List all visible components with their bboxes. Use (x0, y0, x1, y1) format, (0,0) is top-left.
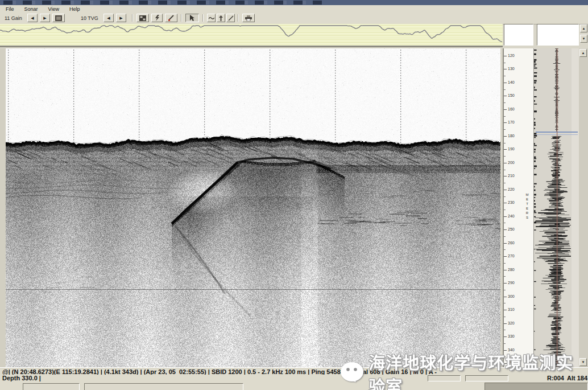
depth-tick-label: 270 (508, 254, 515, 258)
status-cell (428, 375, 461, 381)
film-icon (139, 15, 146, 21)
flash-button[interactable] (151, 14, 163, 22)
depth-tick (504, 190, 507, 190)
menu-file[interactable]: File (5, 6, 15, 12)
flash-icon (155, 15, 160, 21)
status-cell (465, 375, 508, 381)
depth-scale: 1201301401501601701801902002102202302402… (503, 48, 533, 367)
depth-tick-label: 210 (508, 174, 515, 178)
up-triangle-icon: ▲ (582, 51, 585, 55)
depth-minor-tick (504, 236, 506, 237)
depth-tick (504, 363, 507, 364)
tvg-decrease-button[interactable]: ◀ (103, 14, 114, 22)
depth-tick (504, 109, 507, 110)
left-arrow-icon: ◀ (107, 16, 110, 20)
depth-unit-label: METERS (525, 193, 529, 220)
depth-tick-label: 310 (508, 307, 515, 311)
status-cell (84, 383, 243, 390)
status-line-1: @| (N 20:48.6273)(E 115:19.2841) | (4.1k… (0, 367, 588, 375)
cursor-button[interactable] (185, 14, 199, 22)
down-triangle-icon: ▼ (582, 360, 585, 364)
depth-tick-label: 220 (508, 187, 515, 191)
depth-tick-label: 340 (508, 348, 515, 352)
up-button[interactable] (217, 14, 225, 22)
tvg-label: 10 TVG (81, 15, 98, 21)
scroll-up-button[interactable]: ▲ (579, 49, 587, 57)
gain-increase-button[interactable]: ▶ (40, 14, 50, 22)
depth-minor-tick (504, 343, 506, 344)
depth-tick-label: 130 (508, 67, 515, 71)
gain-label: 11 Gain (5, 15, 22, 21)
down-triangle-icon: ▼ (582, 37, 586, 40)
scrollbar-track[interactable]: ▲ ▼ (579, 48, 588, 367)
depth-minor-tick (504, 183, 506, 183)
depth-tick-label: 200 (508, 161, 515, 165)
pen-button[interactable] (165, 14, 177, 22)
depth-tick (504, 83, 507, 83)
status-line-3 (0, 382, 588, 390)
depth-tick (504, 96, 507, 96)
depth-tick-label: 240 (508, 214, 515, 218)
record-readout: R:004 (547, 375, 564, 381)
depth-tick-label: 250 (508, 227, 515, 231)
window-title-text (3, 1, 322, 5)
echo-strength-strip (0, 24, 503, 47)
sonar-profile-display[interactable] (6, 48, 500, 367)
altitude-readout: Alt 184 (567, 375, 587, 381)
depth-tick (504, 256, 507, 257)
depth-tick (504, 229, 507, 230)
depth-minor-tick (504, 196, 506, 197)
depth-minor-tick (504, 76, 506, 76)
menu-sonar[interactable]: Sonar (23, 6, 39, 12)
toolbar-separator (132, 14, 133, 22)
depth-tick-label: 190 (508, 147, 515, 151)
depth-tick (504, 176, 507, 176)
pencil-icon (228, 15, 234, 21)
scroll-down-button[interactable]: ▼ (579, 358, 587, 366)
right-arrow-icon: ▶ (119, 16, 122, 20)
wave-button[interactable] (207, 14, 216, 22)
depth-tick (504, 69, 507, 69)
depth-tick-label: 300 (508, 294, 515, 298)
depth-minor-tick (504, 276, 506, 277)
depth-tick-label: 120 (508, 54, 515, 58)
depth-minor-tick (504, 156, 506, 157)
spin-up-button[interactable]: ▲ (580, 24, 587, 32)
depth-minor-tick (504, 116, 506, 117)
depth-minor-tick (504, 223, 506, 223)
depth-minor-tick (504, 170, 506, 170)
depth-minor-tick (504, 89, 506, 90)
film-button[interactable] (136, 14, 149, 22)
printer-icon (245, 15, 252, 21)
tvg-increase-button[interactable]: ▶ (116, 14, 126, 22)
depth-tick-label: 180 (508, 134, 515, 138)
image-button[interactable] (52, 14, 65, 22)
pencil-button[interactable] (226, 14, 235, 22)
depth-tick (504, 149, 507, 150)
toolbar-separator (202, 14, 204, 22)
ascan-signal-panel (533, 48, 579, 367)
menu-view[interactable]: View (47, 6, 60, 12)
up-triangle-icon: ▲ (582, 27, 586, 30)
status-cell (23, 383, 80, 390)
side-box-small (504, 24, 533, 46)
print-button[interactable] (242, 14, 255, 22)
depth-tick-label: 160 (508, 107, 515, 111)
depth-tick-label: 320 (508, 321, 515, 325)
depth-tick-label: 140 (508, 80, 515, 84)
depth-tick (504, 350, 507, 351)
menu-help[interactable]: Help (68, 6, 81, 12)
depth-tick (504, 243, 507, 244)
gain-decrease-button[interactable]: ◀ (27, 14, 38, 22)
depth-tick (504, 203, 507, 203)
toolbar-separator (181, 14, 182, 22)
depth-tick-label: 280 (508, 268, 515, 272)
cursor-icon (189, 15, 195, 21)
status-line-2: Depth 330.0 | R:004 Alt 184 (0, 375, 588, 382)
depth-tick (504, 283, 507, 284)
depth-readout: Depth 330.0 | (2, 375, 41, 381)
spin-down-button[interactable]: ▼ (580, 35, 587, 43)
depth-tick (504, 270, 507, 270)
menu-bar: File Sonar View Help (0, 5, 588, 13)
depth-tick (504, 310, 507, 310)
